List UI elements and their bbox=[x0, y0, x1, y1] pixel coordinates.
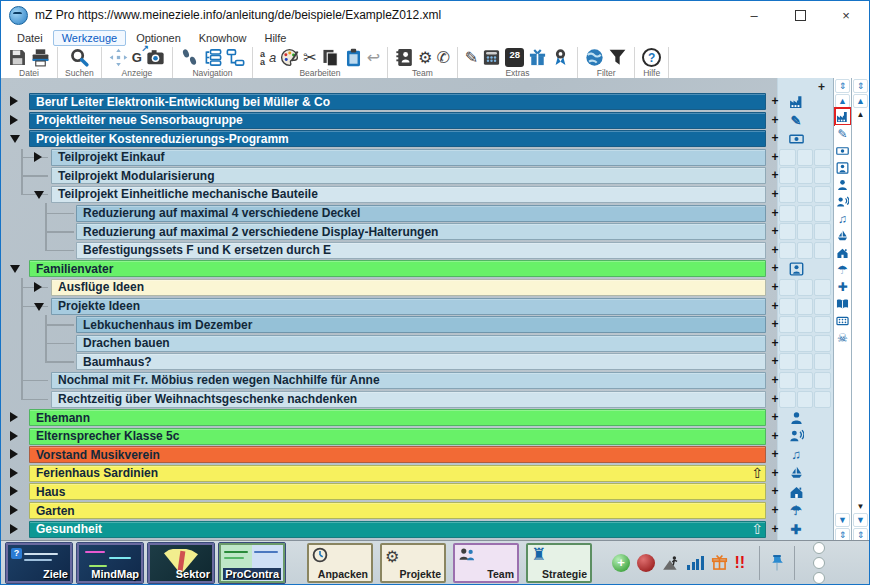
goal-bar[interactable]: Nochmal mit Fr. Möbius reden wegen Nachh… bbox=[51, 372, 766, 389]
palette-pencil-button[interactable]: ✎ bbox=[835, 125, 851, 142]
category-grid[interactable] bbox=[779, 316, 831, 333]
close-button[interactable]: × bbox=[823, 1, 869, 29]
tree-row[interactable]: Rechtzeitig über Weihnachtsgeschenke nac… bbox=[1, 391, 869, 408]
expander-collapsed-icon[interactable] bbox=[10, 468, 18, 478]
scroll-up-button[interactable]: ▲ bbox=[853, 94, 868, 108]
category-grid[interactable] bbox=[779, 279, 831, 296]
category-grid[interactable] bbox=[779, 391, 831, 408]
scroll-up-button[interactable]: ▲ bbox=[835, 94, 850, 108]
tree-row[interactable]: Familienvater + bbox=[1, 260, 869, 277]
expander-collapsed-icon[interactable] bbox=[10, 96, 18, 106]
maximize-button[interactable] bbox=[777, 1, 823, 29]
tree-row[interactable]: Garten + ☂ bbox=[1, 502, 869, 519]
expander-expanded-icon[interactable] bbox=[34, 303, 44, 311]
tree-row[interactable]: Teilprojekt Einkauf + bbox=[1, 149, 869, 166]
category-grid[interactable] bbox=[779, 149, 831, 166]
palette-icon[interactable] bbox=[280, 48, 299, 67]
goal-bar[interactable]: Elternsprecher Klasse 5c bbox=[29, 428, 766, 445]
goal-bar[interactable]: Ferienhaus Sardinien⇧ bbox=[29, 465, 766, 482]
goal-bar[interactable]: Reduzierung auf maximal 2 verschiedene D… bbox=[76, 223, 766, 240]
calendar-icon[interactable]: 28 bbox=[505, 48, 524, 67]
health-cross-icon[interactable]: ✚ bbox=[787, 521, 805, 538]
move-view-icon[interactable] bbox=[109, 48, 128, 67]
paste-icon[interactable] bbox=[344, 48, 363, 67]
goal-bar[interactable]: Projekte Ideen bbox=[51, 298, 766, 315]
outline-list-icon[interactable] bbox=[203, 48, 222, 67]
goal-bar[interactable]: Drachen bauen bbox=[76, 335, 766, 352]
expander-collapsed-icon[interactable] bbox=[10, 449, 18, 459]
factory-icon[interactable] bbox=[787, 93, 805, 110]
cut-icon[interactable]: ✂ bbox=[303, 50, 316, 66]
palette-house-button[interactable] bbox=[835, 244, 851, 261]
palette-factory-button[interactable] bbox=[835, 108, 851, 125]
scrollbar[interactable]: ⇕ ▲ ▲ ▼ ▼ ⇕ bbox=[851, 78, 869, 542]
add-subitem-button[interactable]: + bbox=[769, 503, 781, 517]
tree-row[interactable]: Ausflüge Ideen + bbox=[1, 279, 869, 296]
font-size-icon[interactable]: aa bbox=[260, 50, 265, 66]
important-icon[interactable]: !! bbox=[735, 554, 746, 572]
tree-row[interactable]: Projektleiter neue Sensorbaugruppe + ✎ bbox=[1, 112, 869, 129]
expander-expanded-icon[interactable] bbox=[10, 135, 20, 143]
palette-dice-button[interactable] bbox=[835, 312, 851, 329]
goal-bar[interactable]: Garten bbox=[29, 502, 766, 519]
pencil-icon[interactable]: ✎ bbox=[787, 112, 805, 129]
menu-datei[interactable]: Datei bbox=[9, 31, 51, 45]
palette-money-button[interactable] bbox=[835, 142, 851, 159]
category-grid[interactable] bbox=[779, 186, 831, 203]
palette-speaker-button[interactable] bbox=[835, 193, 851, 210]
medal-icon[interactable] bbox=[551, 48, 570, 67]
goal-bar[interactable]: Ehemann bbox=[29, 409, 766, 426]
tree-row[interactable]: Nochmal mit Fr. Möbius reden wegen Nachh… bbox=[1, 372, 869, 389]
pushpin-icon[interactable] bbox=[770, 554, 784, 572]
add-subitem-button[interactable]: + bbox=[769, 484, 781, 498]
outline-tree-icon[interactable] bbox=[226, 48, 245, 67]
goal-bar[interactable]: Familienvater bbox=[29, 260, 766, 277]
menu-optionen[interactable]: Optionen bbox=[128, 31, 189, 45]
add-subitem-button[interactable]: + bbox=[769, 410, 781, 424]
fit-vertical-button[interactable]: ⇕ bbox=[853, 79, 868, 93]
portrait-icon[interactable] bbox=[787, 260, 805, 277]
umbrella-icon[interactable]: ☂ bbox=[787, 502, 805, 519]
promote-arrow-icon[interactable]: ⇧ bbox=[751, 465, 763, 481]
speaker-person-icon[interactable] bbox=[787, 428, 805, 445]
goal-bar[interactable]: Gesundheit⇧ bbox=[29, 521, 766, 538]
view-anpacken-button[interactable]: Anpacken bbox=[307, 543, 373, 583]
gift-icon[interactable] bbox=[528, 48, 547, 67]
palette-book-button[interactable] bbox=[835, 295, 851, 312]
goal-bar[interactable]: Teilprojekt Einheitliche mechanische Bau… bbox=[51, 186, 766, 203]
tree-row[interactable]: Gesundheit⇧ + ✚ bbox=[1, 521, 869, 538]
category-grid[interactable] bbox=[779, 205, 831, 222]
tree-row[interactable]: Vorstand Musikverein + ♫ bbox=[1, 446, 869, 463]
tree-row[interactable]: Reduzierung auf maximal 2 verschiedene D… bbox=[1, 223, 869, 240]
help-icon[interactable]: ? bbox=[642, 48, 661, 67]
menu-werkzeuge[interactable]: Werkzeuge bbox=[53, 30, 126, 46]
tree-row[interactable]: Projekte Ideen + bbox=[1, 298, 869, 315]
record-sphere-button[interactable] bbox=[637, 554, 655, 572]
copy-icon[interactable] bbox=[321, 48, 340, 67]
tree-row[interactable]: Ehemann + bbox=[1, 409, 869, 426]
expander-collapsed-icon[interactable] bbox=[10, 115, 18, 125]
goal-bar[interactable]: Projektleiter Kostenreduzierungs-Program… bbox=[29, 130, 766, 147]
palette-cross-button[interactable]: ✚ bbox=[835, 278, 851, 295]
goal-bar[interactable]: Befestigungssets F und K ersetzen durch … bbox=[76, 242, 766, 259]
goal-bar[interactable]: Ausflüge Ideen bbox=[51, 279, 766, 296]
tree-row[interactable]: Ferienhaus Sardinien⇧ + bbox=[1, 465, 869, 482]
palette-skull-button[interactable]: ☠ bbox=[835, 329, 851, 346]
category-grid[interactable] bbox=[779, 372, 831, 389]
palette-music-button[interactable]: ♫ bbox=[835, 210, 851, 227]
mode-radio-group[interactable] bbox=[813, 542, 825, 584]
menu-knowhow[interactable]: Knowhow bbox=[191, 31, 255, 45]
contacts-icon[interactable] bbox=[395, 48, 414, 67]
tree-row[interactable]: Teilprojekt Einheitliche mechanische Bau… bbox=[1, 186, 869, 203]
money-icon[interactable] bbox=[787, 130, 805, 147]
palette-person-button[interactable] bbox=[835, 176, 851, 193]
scrollbar-up-arrow[interactable]: ▲ bbox=[852, 108, 869, 120]
expander-expanded-icon[interactable] bbox=[34, 191, 44, 199]
goal-bar[interactable]: Beruf Leiter Elektronik-Entwicklung bei … bbox=[29, 93, 766, 110]
music-icon[interactable]: ♫ bbox=[787, 446, 805, 463]
tree-row[interactable]: Beruf Leiter Elektronik-Entwicklung bei … bbox=[1, 93, 869, 110]
tree-row[interactable]: Elternsprecher Klasse 5c + bbox=[1, 428, 869, 445]
save-icon[interactable] bbox=[8, 48, 27, 67]
scrollbar-track[interactable] bbox=[852, 120, 869, 500]
expander-expanded-icon[interactable] bbox=[10, 265, 20, 273]
